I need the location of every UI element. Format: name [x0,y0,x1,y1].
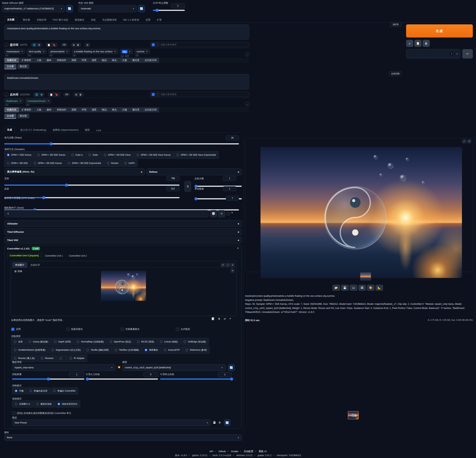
clip-skip-slider[interactable] [153,10,185,11]
cat-favorites[interactable]: 收藏列表 [4,58,19,63]
preset-select[interactable]: New Preset ▼ [12,420,211,426]
controlnet-unit2-tab[interactable]: ControlNet Unit 2 [67,253,89,258]
cat-frame[interactable]: 画面 [69,58,79,63]
width-slider[interactable] [4,185,179,186]
paste-button[interactable]: 📋 [414,40,421,47]
pixel-perfect-checkbox-row[interactable]: 完美像素模式 [121,328,139,331]
trash-icon[interactable]: 🗑 [79,93,82,96]
type-option[interactable]: Canny (硬边缘) [26,338,51,345]
tab-extensions[interactable]: 扩展 [156,17,162,23]
control-mode-balanced[interactable]: 均衡 [12,388,26,394]
guidance-start-value[interactable]: 0 [144,372,158,377]
send-dimensions-icon[interactable]: ↱ [229,317,231,320]
collapse-negative-icon[interactable]: ⌄ [4,92,8,97]
type-option[interactable]: Lineart (线稿) [157,338,180,345]
swap-dimensions-button[interactable]: ⇅ [185,181,191,192]
sampler-option[interactable]: DPM++ 2M SDE Karras [34,151,68,159]
type-option[interactable]: IP-Adapter [67,355,87,362]
type-option[interactable] [57,355,66,362]
cat-character[interactable]: 人物 [34,107,44,112]
collapse-tags-icon[interactable]: ⌄ [245,102,249,106]
sampler-option[interactable]: DPM++ 3M SDE Exponential [65,159,104,167]
collapse-prompt-icon[interactable]: ⌄ [4,43,8,47]
type-option[interactable]: Scribble/Sketch (涂鸦/草图) [11,346,48,353]
translate-mini-icon[interactable]: A|B [5,54,8,56]
cat-hanfu[interactable]: 汉服 [119,58,129,63]
tab-png-info[interactable]: PNG 图片信息 [52,17,69,23]
negative-prompt-textarea[interactable]: BadDream,UnrealisticDream, [4,74,249,89]
translate-icon[interactable]: A|B [63,44,66,46]
guidance-end-slider[interactable] [160,379,232,380]
clear-style-icon[interactable]: ✕ [450,52,453,56]
footer-link-github[interactable]: Github [219,450,226,453]
cat-lens[interactable]: 镜头 [110,58,119,63]
loopback-checkbox-row[interactable]: [回送] 自动将生成后的图像发送到此 ControlNet 单元 [12,412,71,415]
sampler-option[interactable]: DPM++ 2M SDE Heun Exponential [174,151,219,159]
preprocessor-select[interactable]: inpaint_only+lama ▼ [12,364,115,371]
lowvram-checkbox-row[interactable]: 低显存模式 [66,328,83,331]
cat-negative[interactable]: 反向提示词 [142,58,159,63]
cat-favorites[interactable]: 收藏列表 [4,107,19,112]
refresh-vae-button[interactable]: 🔄 [138,5,145,12]
restore-prompt-button[interactable]: ↙ [406,40,413,47]
steps-value[interactable]: 30 [226,135,239,140]
mirror-arrows-icon[interactable]: ⇄ [224,317,226,320]
cat-magic[interactable]: 魔法系 [130,58,142,63]
tab-ti-embedding[interactable]: 嵌入式 (T.I. Embedding) [20,127,47,133]
cat-expression[interactable]: 表情动作 [54,107,69,112]
footer-link-gradio[interactable]: Gradio [231,450,238,453]
bookmark-icon[interactable]: 🔖 [55,93,58,96]
gear-icon[interactable]: ⚙ [38,44,40,46]
cat-environment[interactable]: 环境 [79,107,89,112]
refresh-presets-button[interactable]: 🔄 [224,420,230,426]
lowvram-checkbox[interactable] [66,328,69,331]
clipboard-icon[interactable]: 📋 [47,44,51,46]
resize-crop[interactable]: 裁剪后缩放 [34,401,54,407]
cn-model-select[interactable]: control_v11p_sd15_inpaint_fp16 [be8bc0ed… [122,364,225,371]
translate-mini-icon[interactable]: A|B [27,54,31,56]
fullscreen-result-button[interactable]: ⤢ [462,139,466,143]
sampler-option[interactable]: Euler [86,151,101,159]
steps-slider[interactable] [4,143,239,144]
guidance-end-value[interactable]: 1 [218,372,232,377]
single-image-tab[interactable]: 单张图片 [12,262,27,268]
mode-txt2img[interactable]: 文生图 [4,114,16,118]
script-select[interactable]: None ▼ [4,434,242,441]
sampler-option[interactable]: DPM++ 2M SDE Heun [101,151,133,159]
tab-img2img[interactable]: 图生图 [22,17,31,23]
collapse-tags-icon[interactable]: ⌄ [245,52,249,56]
tab-checkpoint-merger[interactable]: 模型融合 [74,17,85,23]
sampler-option[interactable]: DPM++ 2M SDE Heun Karras [134,151,173,159]
tab-image-browser[interactable]: 无边图像浏览 [101,17,118,23]
tab-models[interactable]: 模型 [84,127,91,133]
tag-chip[interactable]: best quality✕ A|B [27,49,46,56]
tab-hypernetworks[interactable]: 超网络 (Hypernetworks) [52,127,79,133]
copy-icon[interactable]: ⧉ [73,44,75,46]
allow-preview-checkbox[interactable] [176,328,179,331]
control-mode-prompt[interactable]: 更偏向提示词 [27,388,50,394]
prompt-textarea[interactable]: masterpiece,best quality,photorealistic,… [4,25,249,40]
footer-link-reload[interactable]: 重载 UI [259,450,267,453]
globe-icon[interactable]: 🌐 [33,44,36,46]
seed-input[interactable] [4,210,209,217]
run-preprocessor-icon[interactable]: 💥 [117,366,120,369]
send-to-inpaint-button[interactable]: 🎨 [367,285,374,291]
cat-magic[interactable]: 魔法系 [130,107,142,112]
control-mode-controlnet[interactable]: 更偏向 ControlNet [51,388,78,394]
tag-chip-selected[interactable]: sky✕ A|B天空 [120,49,133,58]
new-keyword-input[interactable] [160,93,247,96]
close-result-button[interactable]: ✕ [467,139,471,143]
controlnet-header[interactable]: ControlNet v1.1.411 1 unit [7,247,40,250]
translate-mini-icon[interactable]: A|B [26,104,29,106]
generated-image[interactable] [261,147,462,278]
close-icon[interactable]: ✕ [21,50,23,53]
tab-settings[interactable]: 设置 [145,17,151,23]
camera-trash-icon[interactable]: 🗑 [218,317,220,320]
cat-object[interactable]: 物品 [99,107,109,112]
cat-lens[interactable]: 镜头 [110,107,119,112]
edit-styles-button[interactable]: ✏ [462,49,473,59]
translate-icon[interactable]: A|B [65,94,68,96]
loopback-checkbox[interactable] [12,412,15,415]
result-thumbnail-selected[interactable] [348,411,359,419]
resize-fill[interactable]: 缩放后填充空白 [55,401,80,407]
